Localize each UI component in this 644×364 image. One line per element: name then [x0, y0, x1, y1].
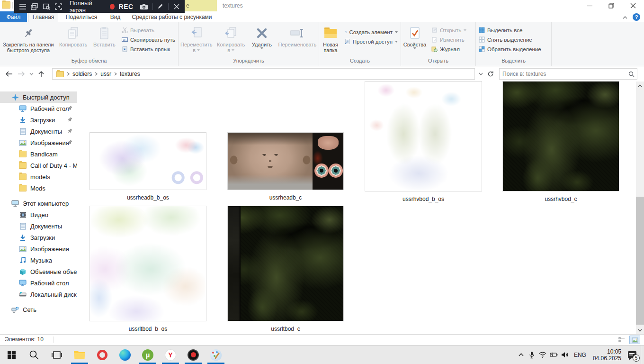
- capture-mode-label[interactable]: Полный экран: [70, 0, 103, 14]
- file-item[interactable]: ussrhvbod_c: [503, 82, 619, 202]
- sidebar-item-mods[interactable]: Mods: [0, 182, 77, 194]
- invert-selection-button[interactable]: Обратить выделение: [479, 45, 548, 53]
- menu-icon[interactable]: [19, 2, 27, 11]
- scrollbar-thumb[interactable]: [636, 197, 644, 325]
- minimize-button[interactable]: [579, 0, 600, 11]
- sidebar-item-pictures-pc[interactable]: Изображения: [0, 243, 77, 255]
- taskbar-opera[interactable]: [91, 346, 114, 364]
- show-desktop-button[interactable]: [641, 346, 644, 364]
- sidebar-item-models[interactable]: models: [0, 171, 77, 182]
- scroll-up-icon[interactable]: [636, 82, 644, 90]
- taskbar-paint[interactable]: [205, 346, 227, 364]
- screenshot-camera-icon[interactable]: [140, 2, 148, 11]
- breadcrumb-ussr[interactable]: ussr: [98, 71, 113, 77]
- draw-pencil-icon[interactable]: [157, 2, 164, 11]
- file-item[interactable]: ussrltbod_b_os: [90, 206, 206, 332]
- sidebar-item-downloads[interactable]: Загрузки: [0, 114, 77, 126]
- sidebar-item-documents-pc[interactable]: Документы: [0, 220, 77, 232]
- sidebar-item-this-pc[interactable]: Этот компьютер: [0, 198, 77, 209]
- address-dropdown-button[interactable]: [476, 68, 485, 80]
- refresh-button[interactable]: [486, 68, 495, 80]
- edit-button[interactable]: Изменить: [431, 36, 473, 44]
- copy-button[interactable]: Копировать: [57, 24, 90, 56]
- speaker-icon[interactable]: [559, 346, 570, 364]
- rename-button[interactable]: Переименовать: [276, 24, 319, 56]
- start-button[interactable]: [0, 346, 23, 364]
- paste-shortcut-button[interactable]: Вставить ярлык: [122, 45, 175, 53]
- copy-path-button[interactable]: W.. Скопировать путь: [122, 36, 175, 44]
- select-region-icon[interactable]: [54, 2, 63, 11]
- file-thumbnail[interactable]: [90, 206, 206, 321]
- breadcrumb-soldiers[interactable]: soldiers: [71, 71, 94, 77]
- copy-to-button[interactable]: Копировать в: [214, 24, 248, 56]
- history-button[interactable]: Журнал: [431, 45, 473, 53]
- close-toolbar-icon[interactable]: [173, 2, 180, 11]
- properties-button[interactable]: Свойства: [401, 24, 429, 56]
- move-to-button[interactable]: Переместить в: [179, 24, 214, 56]
- taskbar-bandicam[interactable]: [182, 346, 205, 364]
- rec-button[interactable]: REC: [119, 3, 134, 10]
- recent-locations-chevron[interactable]: [27, 68, 35, 80]
- tab-file[interactable]: Файл: [0, 11, 27, 22]
- wifi-icon[interactable]: [537, 346, 548, 364]
- language-indicator[interactable]: ENG: [570, 352, 590, 358]
- tray-chevron-icon[interactable]: [516, 346, 527, 364]
- new-item-button[interactable]: Создать элемент: [345, 28, 398, 36]
- tab-view[interactable]: Вид: [105, 11, 126, 22]
- taskbar-yandex[interactable]: Y: [159, 346, 182, 364]
- sidebar-item-local-disk-c[interactable]: Локальный диск (C:: [0, 289, 77, 300]
- search-input[interactable]: [500, 71, 626, 77]
- select-all-button[interactable]: Выделить все: [479, 26, 548, 34]
- taskbar-edge[interactable]: [114, 346, 136, 364]
- microphone-icon[interactable]: [527, 346, 537, 364]
- thumbnail-view-toggle[interactable]: [629, 336, 640, 344]
- windows-mode-icon[interactable]: [31, 2, 38, 11]
- taskbar-file-explorer[interactable]: [68, 346, 91, 364]
- file-thumbnail[interactable]: [503, 82, 619, 191]
- file-item[interactable]: ussrheadb_b_os: [90, 133, 206, 201]
- new-folder-button[interactable]: Новая папка: [319, 24, 342, 56]
- sidebar-item-downloads-pc[interactable]: Загрузки: [0, 232, 77, 243]
- up-button[interactable]: [35, 68, 47, 80]
- task-view-button[interactable]: [45, 346, 68, 364]
- close-button[interactable]: [622, 0, 644, 11]
- vertical-scrollbar[interactable]: [636, 82, 644, 334]
- file-item[interactable]: ussrhvbod_b_os: [365, 82, 482, 202]
- sidebar-item-network[interactable]: Сеть: [0, 304, 77, 315]
- sidebar-item-desktop[interactable]: Рабочий стол: [0, 103, 77, 114]
- restore-button[interactable]: [600, 0, 622, 11]
- search-icon[interactable]: [626, 71, 637, 77]
- taskbar-search-button[interactable]: [23, 346, 45, 364]
- tab-picture-tools[interactable]: Средства работы с рисунками: [127, 11, 217, 22]
- clock[interactable]: 10:05 04.06.2025: [590, 348, 624, 362]
- taskbar-utorrent[interactable]: µ: [136, 346, 159, 364]
- battery-icon[interactable]: [548, 346, 559, 364]
- notification-center-button[interactable]: 5: [624, 346, 640, 364]
- paste-button[interactable]: Вставить: [90, 24, 119, 56]
- breadcrumb-textures[interactable]: textures: [118, 71, 142, 77]
- delete-button[interactable]: Удалить: [248, 24, 276, 56]
- file-item[interactable]: ussrheadb_c: [228, 133, 343, 201]
- zoom-region-icon[interactable]: [43, 2, 50, 11]
- help-icon[interactable]: ?: [633, 13, 640, 21]
- ribbon-collapse-icon[interactable]: [622, 13, 628, 21]
- sidebar-item-cod4-mod[interactable]: Call of Duty 4 - Mod: [0, 160, 77, 171]
- sidebar-item-3d-objects[interactable]: Объемные объекты: [0, 266, 77, 277]
- file-thumbnail[interactable]: [228, 133, 343, 190]
- file-thumbnail[interactable]: [228, 206, 343, 321]
- sidebar-item-documents[interactable]: Документы: [0, 126, 77, 137]
- sidebar-item-quick-access[interactable]: Быстрый доступ: [0, 91, 77, 103]
- file-item[interactable]: ussrltbod_c: [228, 206, 343, 332]
- scroll-down-icon[interactable]: [636, 326, 644, 334]
- select-none-button[interactable]: Снять выделение: [479, 36, 548, 44]
- list-view-toggle[interactable]: [616, 336, 627, 344]
- cut-button[interactable]: Вырезать: [122, 26, 175, 34]
- tab-home[interactable]: Главная: [28, 11, 58, 22]
- sidebar-item-videos[interactable]: Видео: [0, 209, 77, 220]
- sidebar-item-desktop-pc[interactable]: Рабочий стол: [0, 277, 77, 289]
- sidebar-item-music[interactable]: Музыка: [0, 255, 77, 266]
- forward-button[interactable]: [15, 68, 27, 80]
- sidebar-item-pictures[interactable]: Изображения: [0, 137, 77, 148]
- back-button[interactable]: [3, 68, 15, 80]
- file-thumbnail[interactable]: [365, 82, 482, 191]
